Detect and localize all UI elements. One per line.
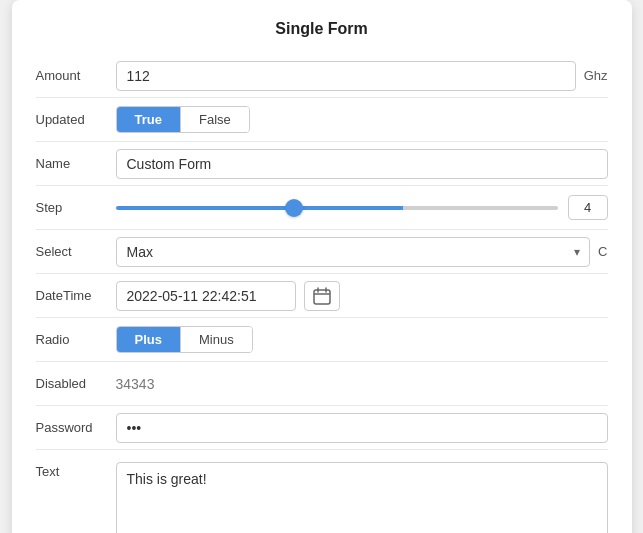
step-slider-container bbox=[116, 195, 608, 220]
name-row: Name bbox=[36, 142, 608, 186]
datetime-row: DateTime bbox=[36, 274, 608, 318]
password-label: Password bbox=[36, 412, 116, 443]
datetime-label: DateTime bbox=[36, 280, 116, 311]
disabled-control bbox=[116, 364, 608, 404]
svg-rect-0 bbox=[314, 290, 330, 304]
updated-true-btn[interactable]: True bbox=[117, 107, 181, 132]
step-label: Step bbox=[36, 192, 116, 223]
radio-label: Radio bbox=[36, 324, 116, 355]
select-control: Max Min Average ▾ C bbox=[116, 231, 608, 273]
name-input[interactable] bbox=[116, 149, 608, 179]
amount-label: Amount bbox=[36, 60, 116, 91]
text-label: Text bbox=[36, 456, 116, 487]
updated-row: Updated True False bbox=[36, 98, 608, 142]
updated-control: True False bbox=[116, 100, 608, 139]
name-control bbox=[116, 143, 608, 185]
select-row: Select Max Min Average ▾ C bbox=[36, 230, 608, 274]
disabled-input bbox=[116, 370, 608, 398]
select-input[interactable]: Max Min Average bbox=[116, 237, 591, 267]
password-row: Password bbox=[36, 406, 608, 450]
text-control: This is great! bbox=[116, 456, 608, 533]
select-wrapper: Max Min Average ▾ bbox=[116, 237, 591, 267]
datetime-control bbox=[116, 275, 608, 317]
amount-suffix: Ghz bbox=[584, 68, 608, 83]
radio-control: Plus Minus bbox=[116, 320, 608, 359]
step-row: Step bbox=[36, 186, 608, 230]
calendar-icon bbox=[313, 287, 331, 305]
amount-input[interactable] bbox=[116, 61, 576, 91]
radio-group: Plus Minus bbox=[116, 326, 253, 353]
disabled-row: Disabled bbox=[36, 362, 608, 406]
radio-minus-btn[interactable]: Minus bbox=[181, 327, 252, 352]
disabled-label: Disabled bbox=[36, 368, 116, 399]
password-control bbox=[116, 407, 608, 449]
form-title: Single Form bbox=[36, 20, 608, 38]
select-suffix: C bbox=[598, 244, 607, 259]
form-card: Single Form Amount Ghz Updated True Fals… bbox=[12, 0, 632, 533]
amount-row: Amount Ghz bbox=[36, 54, 608, 98]
updated-label: Updated bbox=[36, 104, 116, 135]
password-input[interactable] bbox=[116, 413, 608, 443]
datetime-container bbox=[116, 281, 340, 311]
updated-toggle-group: True False bbox=[116, 106, 250, 133]
step-control bbox=[116, 189, 608, 226]
step-slider[interactable] bbox=[116, 206, 558, 210]
step-value-box[interactable] bbox=[568, 195, 608, 220]
select-label: Select bbox=[36, 236, 116, 267]
calendar-button[interactable] bbox=[304, 281, 340, 311]
name-label: Name bbox=[36, 148, 116, 179]
radio-row: Radio Plus Minus bbox=[36, 318, 608, 362]
updated-false-btn[interactable]: False bbox=[181, 107, 249, 132]
text-row: Text This is great! bbox=[36, 450, 608, 533]
radio-plus-btn[interactable]: Plus bbox=[117, 327, 181, 352]
datetime-input[interactable] bbox=[116, 281, 296, 311]
amount-control: Ghz bbox=[116, 55, 608, 97]
text-textarea[interactable]: This is great! bbox=[116, 462, 608, 533]
